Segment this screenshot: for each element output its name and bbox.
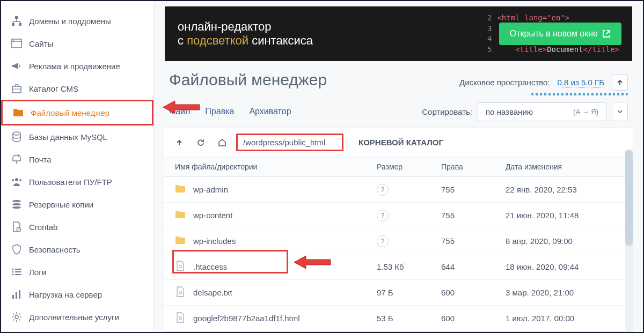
banner-line2: с подсветкой синтаксиса bbox=[178, 34, 313, 48]
svg-point-16 bbox=[12, 206, 21, 209]
users-icon bbox=[11, 176, 23, 188]
file-icon bbox=[175, 261, 186, 273]
file-size: ? bbox=[377, 184, 441, 196]
briefcase-icon bbox=[11, 83, 23, 94]
sort-select[interactable]: по названию (А → Я) bbox=[478, 102, 606, 121]
file-name: wp-admin bbox=[193, 185, 228, 194]
main-content: онлайн-редактор с подсветкой синтаксиса … bbox=[154, 1, 643, 332]
home-button[interactable] bbox=[215, 135, 230, 150]
menu-file[interactable]: Файл bbox=[169, 107, 190, 116]
banner-button-label: Открыть в новом окне bbox=[510, 29, 598, 39]
col-name[interactable]: Имя файла/директории bbox=[175, 162, 377, 171]
col-perm[interactable]: Права bbox=[441, 162, 506, 171]
file-row[interactable]: delsape.txt97 Б6003 мар. 2020, 21:00 bbox=[164, 280, 633, 306]
upload-button[interactable] bbox=[612, 75, 628, 91]
sidebar-item-cms[interactable]: Каталог CMS bbox=[1, 77, 153, 100]
svg-rect-24 bbox=[12, 295, 14, 299]
file-row[interactable]: wp-content?75521 июн. 2020, 11:48 bbox=[164, 203, 633, 228]
folder-icon bbox=[12, 107, 24, 119]
svg-rect-0 bbox=[15, 16, 18, 19]
sidebar-item-domains[interactable]: Домены и поддомены bbox=[1, 10, 153, 32]
file-row[interactable]: .htaccess1.53 Кб64418 июн. 2020, 09:44 bbox=[164, 254, 633, 280]
file-size: ? bbox=[377, 235, 441, 247]
file-perm: 644 bbox=[441, 262, 506, 271]
svg-rect-25 bbox=[16, 292, 17, 299]
disk-value[interactable]: 0.8 из 5.0 ГБ bbox=[558, 78, 604, 87]
file-date: 22 янв. 2020, 22:53 bbox=[506, 185, 622, 194]
folder-icon bbox=[175, 235, 186, 247]
size-unknown-icon[interactable]: ? bbox=[377, 235, 389, 247]
banner-line1: онлайн-редактор bbox=[178, 20, 313, 34]
sidebar-item-extra[interactable]: Дополнительные услуги bbox=[1, 306, 153, 328]
bar-chart-icon bbox=[11, 288, 23, 300]
sidebar-item-label: Пользователи ПУ/FTP bbox=[29, 177, 112, 187]
root-label: КОРНЕВОЙ КАТАЛОГ bbox=[358, 138, 443, 147]
col-size[interactable]: Размер bbox=[377, 162, 441, 171]
sort-controls: Сортировать: по названию (А → Я) bbox=[422, 102, 628, 121]
sort-label: Сортировать: bbox=[422, 107, 472, 116]
list-icon bbox=[11, 266, 23, 278]
file-panel: /wordpress/public_html КОРНЕВОЙ КАТАЛОГ … bbox=[164, 128, 633, 332]
file-date: 18 июн. 2020, 09:44 bbox=[506, 262, 622, 271]
file-list: wp-admin?75522 янв. 2020, 22:53wp-conten… bbox=[164, 177, 633, 331]
file-size: 97 Б bbox=[377, 288, 441, 297]
path-bar: /wordpress/public_html КОРНЕВОЙ КАТАЛОГ bbox=[164, 128, 633, 157]
svg-point-27 bbox=[15, 315, 18, 319]
up-button[interactable] bbox=[172, 135, 187, 150]
sidebar-item-mail[interactable]: Почта bbox=[1, 148, 153, 171]
file-row[interactable]: wp-admin?75522 янв. 2020, 22:53 bbox=[164, 177, 633, 203]
file-date: 1 июл. 2017, 00:00 bbox=[506, 314, 622, 323]
sidebar-item-label: Базы данных MySQL bbox=[29, 132, 107, 142]
sort-dropdown-caret[interactable] bbox=[612, 102, 628, 121]
file-icon bbox=[175, 286, 186, 299]
file-menu-bar: Файл Правка Архиватор bbox=[169, 107, 291, 116]
folder-icon bbox=[175, 209, 186, 221]
svg-point-29 bbox=[179, 291, 182, 294]
size-unknown-icon[interactable]: ? bbox=[377, 210, 389, 221]
sidebar-item-label: Домены и поддомены bbox=[29, 17, 111, 26]
svg-point-22 bbox=[12, 274, 14, 276]
menu-archive[interactable]: Архиватор bbox=[249, 107, 291, 116]
sidebar-item-load[interactable]: Нагрузка на сервер bbox=[1, 283, 153, 306]
file-name: delsape.txt bbox=[193, 288, 232, 297]
sidebar-item-crontab[interactable]: Crontab bbox=[1, 216, 153, 238]
col-date[interactable]: Дата изменения bbox=[506, 162, 622, 171]
sidebar-item-sites[interactable]: Сайты bbox=[1, 32, 153, 55]
path-input[interactable]: /wordpress/public_html bbox=[236, 134, 343, 151]
sidebar-item-users[interactable]: Пользователи ПУ/FTP bbox=[1, 171, 153, 193]
scrollbar-thumb[interactable] bbox=[625, 150, 633, 246]
sidebar-item-label: Безопасность bbox=[29, 245, 80, 254]
sidebar-item-filemanager[interactable]: Файловый менеджер bbox=[1, 100, 153, 125]
size-unknown-icon[interactable]: ? bbox=[377, 184, 389, 196]
file-row[interactable]: wp-includes?7558 апр. 2020, 09:00 bbox=[164, 228, 633, 254]
mailbox-icon bbox=[11, 153, 23, 165]
window-icon bbox=[11, 38, 23, 49]
page-title: Файловый менеджер bbox=[169, 71, 327, 89]
svg-rect-1 bbox=[12, 23, 14, 26]
table-header: Имя файла/директории Размер Права Дата и… bbox=[164, 157, 633, 177]
sidebar-item-label: Реклама и продвижение bbox=[29, 62, 120, 71]
sidebar-item-advert[interactable]: Реклама и продвижение bbox=[1, 55, 153, 77]
sidebar-item-mysql[interactable]: Базы данных MySQL bbox=[1, 125, 153, 148]
file-perm: 755 bbox=[441, 185, 506, 194]
document-clock-icon bbox=[11, 221, 23, 233]
sidebar: Домены и поддомены Сайты Реклама и продв… bbox=[1, 1, 154, 332]
svg-point-8 bbox=[13, 132, 20, 135]
disk-space-info: Дисковое пространство: 0.8 из 5.0 ГБ bbox=[459, 75, 628, 91]
sidebar-item-label: Нагрузка на сервер bbox=[29, 290, 102, 299]
file-size: 53 Б bbox=[377, 314, 441, 323]
sidebar-item-logs[interactable]: Логи bbox=[1, 261, 153, 283]
svg-rect-26 bbox=[19, 290, 20, 299]
sidebar-item-backup[interactable]: Резервные копии bbox=[1, 193, 153, 216]
file-perm: 755 bbox=[441, 211, 506, 220]
file-name: wp-content bbox=[193, 211, 232, 220]
file-date: 21 июн. 2020, 11:48 bbox=[506, 211, 622, 220]
open-new-window-button[interactable]: Открыть в новом окне bbox=[499, 23, 621, 45]
sidebar-item-security[interactable]: Безопасность bbox=[1, 238, 153, 261]
refresh-button[interactable] bbox=[193, 135, 208, 150]
file-row[interactable]: googlef2b9877b2aa1df1f.html53 Б6001 июл.… bbox=[164, 306, 633, 331]
file-perm: 755 bbox=[441, 236, 506, 246]
svg-point-30 bbox=[179, 317, 182, 320]
svg-point-20 bbox=[12, 271, 14, 273]
menu-edit[interactable]: Правка bbox=[205, 107, 234, 116]
